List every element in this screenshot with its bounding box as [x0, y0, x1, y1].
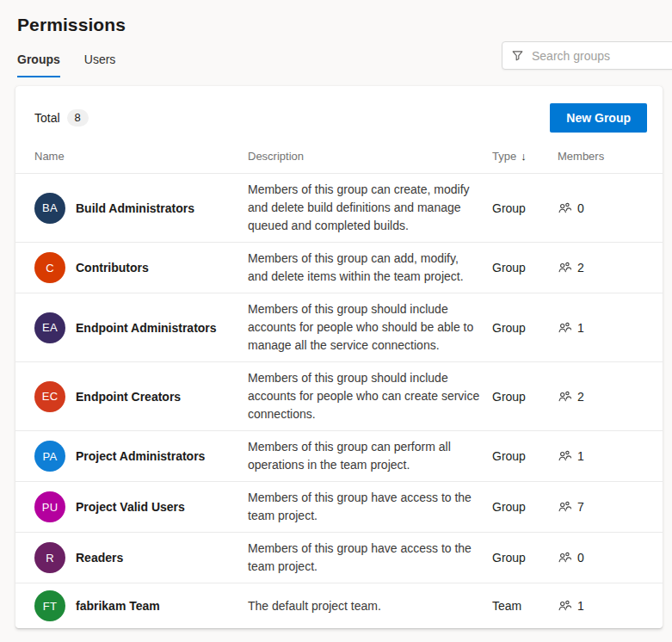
group-type: Group	[492, 201, 558, 215]
members-people-icon	[558, 551, 571, 565]
members-count: 7	[577, 500, 584, 514]
header-members[interactable]: Members	[558, 150, 654, 163]
group-avatar: FT	[34, 590, 65, 621]
members-people-icon	[558, 500, 571, 514]
group-name[interactable]: fabrikam Team	[76, 599, 160, 613]
table-header-row: Name Description Type ↓ Members	[15, 146, 663, 173]
group-name-cell: PU Project Valid Users	[34, 491, 248, 522]
header-type[interactable]: Type ↓	[492, 150, 558, 163]
group-type: Group	[492, 390, 558, 404]
group-description: Members of this group have access to the…	[248, 489, 492, 525]
table-row[interactable]: FT fabrikam Team The default project tea…	[15, 583, 663, 628]
page-title: Permissions	[0, 0, 672, 35]
header-type-label: Type	[492, 150, 516, 163]
table-row[interactable]: EC Endpoint Creators Members of this gro…	[15, 361, 663, 430]
new-group-button[interactable]: New Group	[550, 103, 647, 133]
members-count: 1	[577, 321, 584, 335]
group-avatar-initials: C	[46, 262, 54, 275]
group-name-cell: EC Endpoint Creators	[34, 381, 248, 412]
group-description: Members of this group can add, modify, a…	[248, 250, 492, 286]
group-type: Group	[492, 500, 558, 514]
members-count: 0	[577, 551, 584, 565]
group-type: Group	[492, 551, 558, 565]
group-name[interactable]: Endpoint Creators	[76, 390, 181, 404]
table-row[interactable]: BA Build Administrators Members of this …	[15, 173, 663, 242]
search-groups-input[interactable]	[532, 49, 672, 63]
header-description[interactable]: Description	[248, 150, 492, 163]
group-name-cell: R Readers	[34, 542, 248, 573]
table-body: BA Build Administrators Members of this …	[15, 173, 663, 628]
group-description: The default project team.	[248, 597, 492, 615]
group-avatar: C	[34, 252, 65, 283]
group-name-cell: EA Endpoint Administrators	[34, 312, 248, 343]
members-people-icon	[558, 321, 571, 335]
group-name-cell: C Contributors	[34, 252, 248, 283]
group-avatar: R	[34, 542, 65, 573]
group-avatar-initials: PU	[42, 501, 59, 514]
members-people-icon	[558, 201, 571, 215]
group-name[interactable]: Project Valid Users	[76, 500, 185, 514]
table-row[interactable]: PA Project Administrators Members of thi…	[15, 430, 663, 481]
filter-funnel-icon	[511, 49, 524, 62]
group-members-cell: 1	[558, 449, 654, 463]
group-name[interactable]: Project Administrators	[76, 449, 205, 463]
members-count: 2	[577, 261, 584, 275]
total-count-group: Total 8	[34, 109, 89, 127]
sort-descending-icon: ↓	[521, 150, 527, 163]
group-avatar: EC	[34, 381, 65, 412]
group-type: Group	[492, 321, 558, 335]
group-members-cell: 2	[558, 390, 654, 404]
group-avatar: PU	[34, 491, 65, 522]
group-members-cell: 0	[558, 201, 654, 215]
group-name[interactable]: Build Administrators	[76, 201, 194, 215]
total-label: Total	[34, 111, 60, 125]
group-type: Group	[492, 449, 558, 463]
group-name-cell: PA Project Administrators	[34, 441, 248, 472]
table-row[interactable]: R Readers Members of this group have acc…	[15, 532, 663, 583]
group-avatar-initials: EA	[42, 321, 58, 334]
group-members-cell: 1	[558, 321, 654, 335]
group-avatar-initials: FT	[43, 600, 57, 613]
table-row[interactable]: EA Endpoint Administrators Members of th…	[15, 293, 663, 361]
group-avatar-initials: BA	[42, 201, 58, 214]
total-count-badge: 8	[67, 109, 89, 127]
table-row[interactable]: PU Project Valid Users Members of this g…	[15, 481, 663, 532]
group-name-cell: BA Build Administrators	[34, 193, 248, 224]
panel-header: Total 8 New Group	[15, 86, 663, 146]
groups-panel: Total 8 New Group Name Description Type …	[15, 86, 663, 628]
group-avatar: BA	[34, 193, 65, 224]
group-name[interactable]: Endpoint Administrators	[76, 321, 217, 335]
table-row[interactable]: C Contributors Members of this group can…	[15, 242, 663, 293]
group-avatar: PA	[34, 441, 65, 472]
group-name-cell: FT fabrikam Team	[34, 590, 248, 621]
group-avatar-initials: EC	[42, 390, 59, 403]
group-name[interactable]: Readers	[76, 551, 123, 565]
group-members-cell: 2	[558, 261, 654, 275]
group-type: Team	[492, 599, 558, 613]
group-type: Group	[492, 261, 558, 275]
group-description: Members of this group can create, modify…	[248, 181, 492, 235]
group-avatar: EA	[34, 312, 65, 343]
members-people-icon	[558, 390, 571, 404]
group-members-cell: 7	[558, 500, 654, 514]
members-count: 1	[577, 599, 584, 613]
members-count: 2	[577, 390, 584, 404]
group-members-cell: 1	[558, 599, 654, 613]
tab-users[interactable]: Users	[84, 52, 116, 77]
search-groups-box[interactable]	[502, 41, 672, 70]
group-description: Members of this group have access to the…	[248, 540, 492, 576]
group-description: Members of this group should include acc…	[248, 369, 492, 423]
members-count: 0	[577, 201, 584, 215]
members-people-icon	[558, 449, 571, 463]
tab-groups[interactable]: Groups	[17, 52, 60, 77]
group-avatar-initials: R	[46, 552, 54, 565]
group-description: Members of this group can perform all op…	[248, 438, 492, 474]
members-people-icon	[558, 261, 571, 275]
group-description: Members of this group should include acc…	[248, 300, 492, 355]
members-count: 1	[577, 449, 584, 463]
group-name[interactable]: Contributors	[76, 261, 149, 275]
group-avatar-initials: PA	[43, 450, 58, 463]
header-name[interactable]: Name	[34, 150, 248, 163]
group-members-cell: 0	[558, 551, 654, 565]
members-people-icon	[558, 599, 571, 613]
